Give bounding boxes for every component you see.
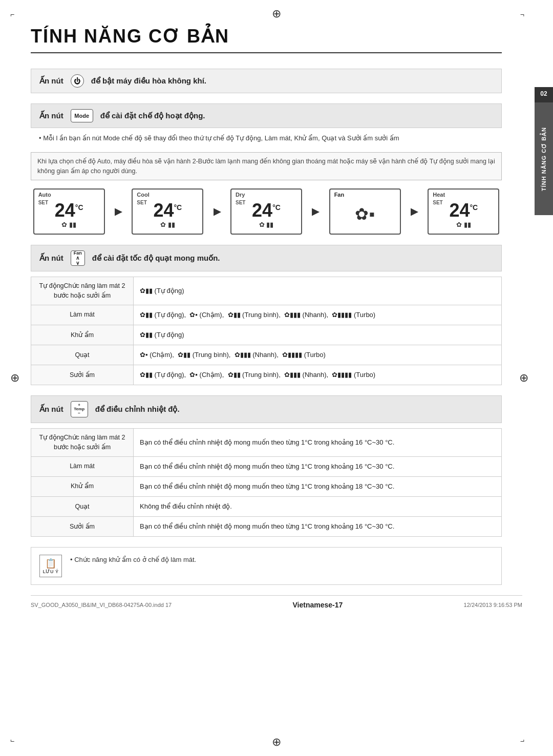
- temp-desc-4: Không thể điều chỉnh nhiệt độ.: [134, 496, 502, 516]
- temp-desc-3: Bạn có thể điều chỉnh nhiệt độ mong muốn…: [134, 476, 502, 496]
- section4-header: Ấn nút + Temp − để điều chỉnh nhiệt độ.: [31, 395, 502, 423]
- side-tab-number: 02: [535, 87, 553, 102]
- table-row: Tự độngChức năng làm mát 2bước hoặc sưởi…: [31, 277, 502, 305]
- page-footer: SV_GOOD_A3050_IB&IM_VI_DB68-04275A-00.in…: [31, 595, 522, 613]
- fan-mode-1: Tự độngChức năng làm mát 2bước hoặc sưởi…: [31, 277, 134, 305]
- page-title: TÍNH NĂNG CƠ BẢN: [31, 26, 502, 53]
- mode-label-fan: Fan: [334, 192, 345, 198]
- compass-icon-bottom: ⊕: [272, 736, 281, 749]
- compass-icon-left: ⊕: [10, 371, 19, 385]
- table-row: Khử ẩm Bạn có thể điều chỉnh nhiệt độ mo…: [31, 476, 502, 496]
- temp-mode-2: Làm mát: [31, 456, 134, 476]
- mode-temp-dry: 24°C: [252, 201, 281, 220]
- mode-icons-heat: ✿ ▮▮: [456, 221, 471, 228]
- compass-icon-top: ⊕: [272, 7, 281, 20]
- section1-header: Ấn nút ⏻ để bật máy điều hòa không khí.: [31, 69, 502, 93]
- note-section: 📋 LƯU Ý • Chức năng khử ẩm có ở chế độ l…: [31, 547, 502, 585]
- table-row: Tự độngChức năng làm mát 2bước hoặc sưởi…: [31, 429, 502, 457]
- fan-speed-5: ✿▮▮ (Tự động), ✿▪ (Chậm), ✿▮▮ (Trung bìn…: [134, 365, 502, 385]
- arrow-4: ▶: [411, 206, 418, 217]
- corner-mark-tr: ⌐: [520, 10, 524, 18]
- table-row: Sưởi ấm ✿▮▮ (Tự động), ✿▪ (Chậm), ✿▮▮ (T…: [31, 365, 502, 385]
- note-icon: 📋 LƯU Ý: [39, 555, 62, 577]
- mode-label-dry: Dry: [236, 192, 245, 198]
- mode-icons-auto: ✿ ▮▮: [61, 221, 76, 228]
- fan-button-icon: Fan ∧ ∨: [71, 250, 85, 266]
- corner-mark-bl: ⌐: [10, 738, 14, 746]
- mode-label-cool: Cool: [137, 192, 149, 198]
- section3-text-post: để cài đặt tốc độ quạt mong muốn.: [92, 254, 220, 263]
- temp-mode-1: Tự độngChức năng làm mát 2bước hoặc sưởi…: [31, 429, 134, 457]
- table-row: Làm mát ✿▮▮ (Tự động), ✿▪ (Chậm), ✿▮▮ (T…: [31, 305, 502, 325]
- temp-desc-2: Bạn có thể điều chỉnh nhiệt độ mong muốn…: [134, 456, 502, 476]
- mode-icon-fan: ✿▪: [355, 204, 374, 224]
- fan-mode-2: Làm mát: [31, 305, 134, 325]
- mode-icons-dry: ✿ ▮▮: [259, 221, 274, 228]
- mode-box-cool: Cool SET 24°C ✿ ▮▮: [132, 188, 203, 235]
- table-row: Quạt Không thể điều chỉnh nhiệt độ.: [31, 496, 502, 516]
- fan-speed-3: ✿▮▮ (Tự động): [134, 325, 502, 345]
- mode-temp-auto: 24°C: [55, 201, 83, 220]
- table-row: Khử ẩm ✿▮▮ (Tự động): [31, 325, 502, 345]
- section2-text-pre: Ấn nút: [39, 111, 63, 120]
- section2-header: Ấn nút Mode để cài đặt chế độ hoạt động.: [31, 103, 502, 128]
- table-row: Sưởi ấm Bạn có thể điều chỉnh nhiệt độ m…: [31, 516, 502, 536]
- mode-temp-cool: 24°C: [153, 201, 182, 220]
- footer-right: 12/24/2013 9:16:53 PM: [464, 602, 522, 608]
- fan-mode-4: Quạt: [31, 345, 134, 365]
- arrow-2: ▶: [214, 206, 221, 217]
- corner-mark-br: ⌐: [520, 738, 524, 746]
- section3-header: Ấn nút Fan ∧ ∨ để cài đặt tốc độ quạt mo…: [31, 245, 502, 271]
- note-text: • Chức năng khử ẩm có ở chế độ làm mát.: [70, 555, 196, 565]
- fan-speed-2: ✿▮▮ (Tự động), ✿▪ (Chậm), ✿▮▮ (Trung bìn…: [134, 305, 502, 325]
- mode-icons-cool: ✿ ▮▮: [160, 221, 175, 228]
- footer-center: Vietnamese-17: [292, 601, 343, 609]
- temp-table: Tự độngChức năng làm mát 2bước hoặc sưởi…: [31, 428, 502, 537]
- side-tab: TÍNH NĂNG CƠ BẢN: [535, 102, 553, 215]
- mode-label-auto: Auto: [38, 192, 51, 198]
- mode-box-auto: Auto SET 24°C ✿ ▮▮: [33, 188, 105, 235]
- mode-set-heat: SET: [433, 200, 442, 205]
- footer-left: SV_GOOD_A3050_IB&IM_VI_DB68-04275A-00.in…: [31, 602, 172, 608]
- mode-box-heat: Heat SET 24°C ✿ ▮▮: [428, 188, 499, 235]
- section1-text-pre: Ấn nút: [39, 76, 63, 86]
- arrow-3: ▶: [312, 206, 319, 217]
- section4-text-pre: Ấn nút: [39, 405, 63, 414]
- mode-set-auto: SET: [38, 200, 48, 205]
- temp-desc-5: Bạn có thể điều chỉnh nhiệt độ mong muốn…: [134, 516, 502, 536]
- corner-mark-tl: ⌐: [10, 10, 14, 18]
- fan-speed-4: ✿▪ (Chậm), ✿▮▮ (Trung bình), ✿▮▮▮ (Nhanh…: [134, 345, 502, 365]
- mode-set-dry: SET: [236, 200, 245, 205]
- table-row: Quạt ✿▪ (Chậm), ✿▮▮ (Trung bình), ✿▮▮▮ (…: [31, 345, 502, 365]
- fan-speed-1: ✿▮▮ (Tự động): [134, 277, 502, 305]
- fan-mode-5: Sưởi ấm: [31, 365, 134, 385]
- mode-temp-heat: 24°C: [449, 201, 478, 220]
- mode-set-cool: SET: [137, 200, 146, 205]
- mode-button-icon: Mode: [71, 109, 93, 122]
- arrow-1: ▶: [115, 206, 122, 217]
- mode-label-heat: Heat: [433, 192, 445, 198]
- fan-mode-3: Khử ẩm: [31, 325, 134, 345]
- mode-box-fan: Fan ✿▪: [329, 188, 401, 235]
- temp-mode-5: Sưởi ấm: [31, 516, 134, 536]
- main-content: TÍNH NĂNG CƠ BẢN Ấn nút ⏻ để bật máy điề…: [31, 0, 522, 585]
- fan-speed-table: Tự độngChức năng làm mát 2bước hoặc sưởi…: [31, 277, 502, 385]
- mode-note-1: • Mỗi l ần bạn ấn nút Mode chế độ sẽ tha…: [39, 133, 502, 144]
- section4-text-post: để điều chỉnh nhiệt độ.: [95, 405, 180, 414]
- section2-text-post: để cài đặt chế độ hoạt động.: [100, 111, 205, 120]
- power-button-icon: ⏻: [71, 74, 84, 88]
- note-icon-symbol: 📋: [45, 558, 56, 569]
- temp-desc-1: Bạn có thể điều chỉnh nhiệt độ mong muốn…: [134, 429, 502, 457]
- temp-mode-4: Quạt: [31, 496, 134, 516]
- mode-box-dry: Dry SET 24°C ✿ ▮▮: [230, 188, 302, 235]
- temp-mode-3: Khử ẩm: [31, 476, 134, 496]
- compass-icon-right: ⊕: [519, 371, 528, 385]
- note-icon-label: LƯU Ý: [42, 569, 58, 574]
- temp-button-icon: + Temp −: [71, 401, 88, 417]
- mode-display-row: Auto SET 24°C ✿ ▮▮ ▶ Cool SET 24°C ✿ ▮▮ …: [31, 188, 502, 235]
- mode-note-2-box: Khi lựa chọn chế độ Auto, máy điều hòa s…: [31, 152, 502, 181]
- section1-text-post: để bật máy điều hòa không khí.: [91, 76, 206, 86]
- table-row: Làm mát Bạn có thể điều chỉnh nhiệt độ m…: [31, 456, 502, 476]
- section3-text-pre: Ấn nút: [39, 254, 63, 263]
